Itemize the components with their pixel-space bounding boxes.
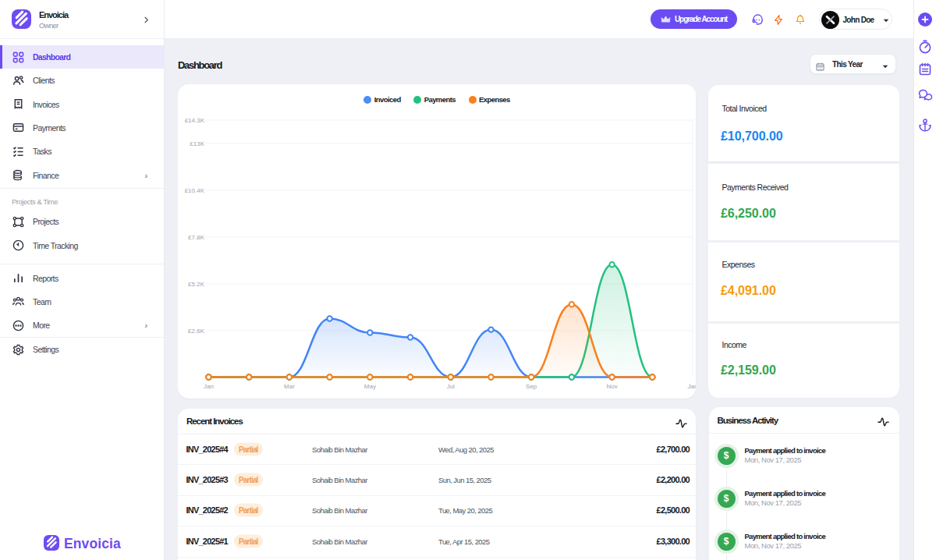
svg-text:Jul: Jul (447, 383, 455, 390)
svg-text:Envoicia: Envoicia (64, 536, 121, 551)
svg-text:Jan: Jan (688, 383, 696, 390)
svg-text:Sep: Sep (526, 383, 537, 390)
svg-text:May: May (364, 383, 376, 390)
svg-text:£14.3K: £14.3K (185, 117, 205, 124)
svg-text:£13K: £13K (190, 140, 204, 147)
svg-text:£7.8K: £7.8K (188, 234, 205, 241)
svg-text:Mar: Mar (284, 383, 295, 390)
svg-text:£5.2K: £5.2K (188, 281, 205, 288)
svg-text:Jan: Jan (204, 383, 214, 390)
svg-text:£2.6K: £2.6K (188, 328, 205, 335)
svg-text:£10.4K: £10.4K (185, 187, 205, 194)
svg-text:Nov: Nov (606, 383, 617, 390)
